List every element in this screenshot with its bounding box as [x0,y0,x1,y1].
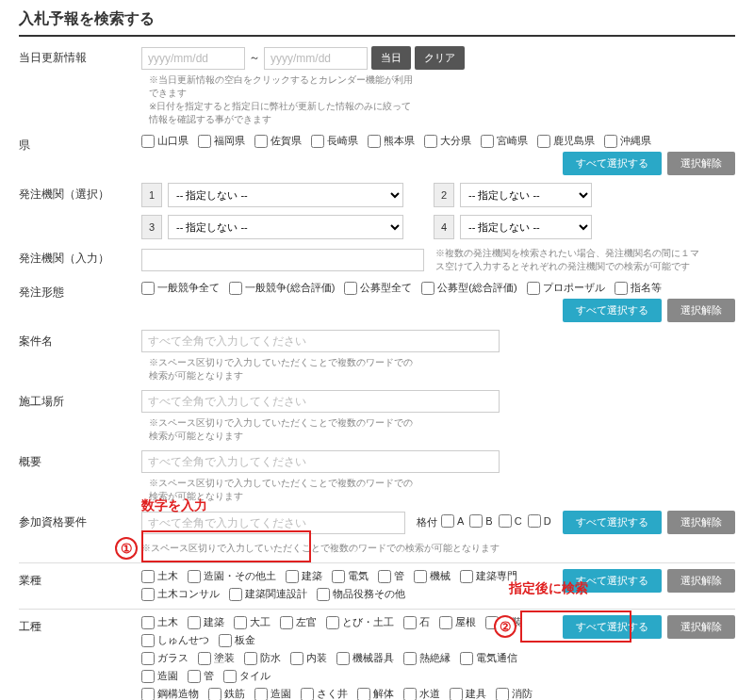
label-case-name: 案件名 [19,330,141,350]
summary-note: ※スペース区切りで入力していただくことで複数のワードでの検索が可能となります [149,477,413,503]
koshu-r3-3[interactable]: さく井 [301,687,348,700]
koshu-r2-5[interactable]: 熱絶縁 [403,651,451,665]
select-all-qualif[interactable]: すべて選択する [563,511,662,534]
koshu-r2-1[interactable]: 塗装 [198,651,235,665]
deselect-qualif[interactable]: 選択解除 [667,511,735,534]
pref-cb-4[interactable]: 熊本県 [368,134,415,148]
koshu-r1-1[interactable]: 建築 [188,615,224,629]
koshu-r1-8[interactable]: しゅんせつ [141,633,209,647]
update-date-from[interactable] [141,47,245,70]
select-all-ordertype[interactable]: すべて選択する [563,299,662,322]
place-input[interactable] [141,390,500,413]
qualif-input[interactable] [141,512,405,534]
gyoshu-cb-9[interactable]: 物品役務その他 [317,587,405,601]
koshu-r3-0[interactable]: 鋼構造物 [141,687,199,700]
gyoshu-cb-3[interactable]: 電気 [332,569,369,583]
label-update-info: 当日更新情報 [19,46,141,66]
select-all-gyoshu[interactable]: すべて選択する [563,569,662,593]
label-koshu: 工種 [19,615,141,635]
ordertype-cb-3[interactable]: 公募型(総合評価) [421,281,516,295]
pref-cb-0[interactable]: 山口県 [141,134,188,148]
gyoshu-cb-5[interactable]: 機械 [414,569,451,583]
pref-cb-6[interactable]: 宮崎県 [481,134,528,148]
label-order-type: 発注形態 [19,281,141,301]
grade-cb-B[interactable]: B [469,514,492,528]
koshu-r3-6[interactable]: 建具 [450,687,486,700]
koshu-r2-6[interactable]: 電気通信 [460,651,517,665]
koshu-r2-3[interactable]: 内装 [290,651,327,665]
label-pref: 県 [19,134,141,154]
koshu-r2-4[interactable]: 機械器具 [336,651,394,665]
label-gyoshu: 業種 [19,569,141,589]
select-all-pref[interactable]: すべて選択する [563,152,662,175]
koshu-r1-6[interactable]: 屋根 [439,615,476,629]
koshu-r1-3[interactable]: 左官 [280,615,317,629]
deselect-gyoshu[interactable]: 選択解除 [667,569,735,593]
grade-cb-C[interactable]: C [499,514,522,528]
agency-num-1: 1 [141,183,162,207]
agency-input[interactable] [141,249,424,271]
gyoshu-cb-7[interactable]: 土木コンサル [141,587,220,601]
case-name-input[interactable] [141,330,500,352]
ordertype-cb-5[interactable]: 指名等 [615,281,662,295]
koshu-r3-7[interactable]: 消防 [496,687,533,700]
koshu-r1-9[interactable]: 板金 [219,633,255,647]
pref-cb-7[interactable]: 鹿児島県 [537,134,595,148]
pref-checkbox-group: 山口県福岡県佐賀県長崎県熊本県大分県宮崎県鹿児島県沖縄県 すべて選択する 選択解… [141,134,735,175]
ordertype-cb-2[interactable]: 公募型全て [344,281,412,295]
agency-num-2: 2 [434,183,454,207]
koshu-r1-5[interactable]: 石 [403,615,430,629]
agency-select-3[interactable]: -- 指定しない -- [168,215,403,239]
label-place: 施工場所 [19,390,141,410]
grade-cb-D[interactable]: D [528,514,551,528]
koshu-r2-9[interactable]: タイル [223,669,270,683]
agency-num-3: 3 [141,215,162,239]
ordertype-cb-0[interactable]: 一般競争全て [141,281,220,295]
today-button[interactable]: 当日 [371,46,411,70]
case-name-note: ※スペース区切りで入力していただくことで複数のワードでの検索が可能となります [149,356,413,383]
pref-cb-5[interactable]: 大分県 [424,134,471,148]
deselect-pref[interactable]: 選択解除 [667,152,735,175]
agency-num-4: 4 [434,215,454,239]
gyoshu-cb-0[interactable]: 土木 [141,569,178,583]
label-qualif: 参加資格要件 [19,511,141,530]
koshu-r3-1[interactable]: 鉄筋 [208,687,245,700]
pref-cb-1[interactable]: 福岡県 [198,134,245,148]
koshu-r2-8[interactable]: 管 [188,669,214,683]
koshu-r3-4[interactable]: 解体 [357,687,394,700]
pref-cb-3[interactable]: 長崎県 [311,134,358,148]
update-date-to[interactable] [264,47,368,70]
koshu-r2-7[interactable]: 造園 [141,669,178,683]
pref-cb-2[interactable]: 佐賀県 [254,134,302,148]
agency-select-2[interactable]: -- 指定しない -- [460,183,592,207]
koshu-r2-2[interactable]: 防水 [244,651,281,665]
clear-button[interactable]: クリア [415,46,465,70]
agency-select-1[interactable]: -- 指定しない -- [168,183,403,207]
deselect-koshu[interactable]: 選択解除 [667,615,735,639]
gyoshu-group: 土木造園・その他土建築電気管機械建築専門土木コンサル建築関連設計物品役務その他 [141,569,555,601]
gyoshu-cb-8[interactable]: 建築関連設計 [229,587,307,601]
gyoshu-cb-4[interactable]: 管 [378,569,404,583]
koshu-r1-2[interactable]: 大工 [234,615,270,629]
deselect-ordertype[interactable]: 選択解除 [667,299,735,322]
select-all-koshu[interactable]: すべて選択する [563,615,662,639]
koshu-r1-0[interactable]: 土木 [141,615,178,629]
koshu-r2-0[interactable]: ガラス [141,651,188,665]
koshu-r3-5[interactable]: 水道 [403,687,440,700]
koshu-r3-2[interactable]: 造園 [254,687,291,700]
ordertype-cb-1[interactable]: 一般競争(総合評価) [229,281,335,295]
ordertype-group: 一般競争全て一般競争(総合評価)公募型全て公募型(総合評価)プロポーザル指名等 … [141,281,735,322]
agency-input-note: ※複数の発注機関を検索されたい場合、発注機関名の間に１マス空けて入力するとそれぞ… [435,247,699,273]
gyoshu-cb-2[interactable]: 建築 [286,569,322,583]
label-agency-select: 発注機関（選択） [19,183,141,203]
gyoshu-cb-6[interactable]: 建築専門 [460,569,517,583]
summary-input[interactable] [141,450,500,473]
ordertype-cb-4[interactable]: プロポーザル [527,281,605,295]
grade-cb-A[interactable]: A [441,514,464,528]
pref-cb-8[interactable]: 沖縄県 [604,134,651,148]
gyoshu-cb-1[interactable]: 造園・その他土 [188,569,276,583]
koshu-r1-4[interactable]: とび・土工 [326,615,394,629]
label-agency-input: 発注機関（入力） [19,247,141,267]
agency-select-4[interactable]: -- 指定しない -- [460,215,592,239]
koshu-r1-7[interactable]: 舗装 [485,615,522,629]
